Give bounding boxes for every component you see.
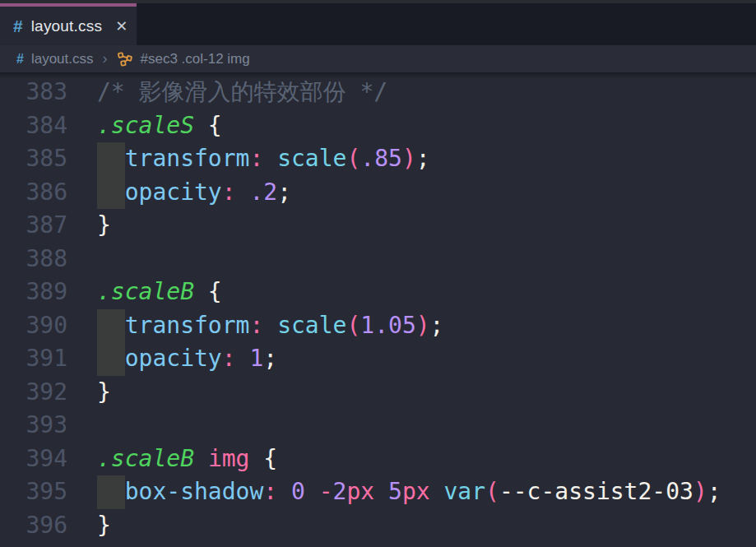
line-number: 390 — [0, 309, 67, 343]
line-number: 396 — [0, 509, 67, 543]
code-token: .scaleB — [97, 445, 194, 472]
code-line-content[interactable]: } — [67, 209, 756, 243]
line-number: 389 — [0, 276, 67, 309]
tab-layout-css[interactable]: # layout.css ✕ — [0, 3, 137, 45]
code-token: { — [194, 112, 222, 139]
line-number: 387 — [0, 209, 67, 243]
breadcrumb-symbol-path[interactable]: #sec3 .col-12 img — [141, 51, 250, 67]
code-token: : — [263, 478, 277, 505]
indent-highlight — [97, 342, 125, 376]
code-token: : — [249, 312, 263, 339]
code-token: : — [222, 345, 236, 372]
code-line-content[interactable]: .scaleB { — [67, 276, 756, 309]
code-token: - — [319, 478, 333, 505]
code-line[interactable]: 389.scaleB { — [0, 276, 756, 309]
css-file-icon-small: # — [16, 52, 24, 67]
breadcrumb-separator: › — [103, 50, 108, 67]
code-line-content[interactable]: } — [67, 376, 756, 410]
code-token: 1 — [249, 345, 263, 372]
code-line-content[interactable]: .scaleS { — [67, 109, 756, 143]
code-line[interactable]: 393 — [0, 409, 756, 443]
editor-tab-bar: # layout.css ✕ — [0, 3, 756, 45]
code-token: scale — [277, 312, 346, 339]
code-token: ; — [707, 478, 721, 505]
code-line[interactable]: 394.scaleB img { — [0, 443, 756, 476]
code-line[interactable]: 395 box-shadow: 0 -2px 5px var(--c-assis… — [0, 475, 756, 509]
css-ruleset-symbol-icon — [117, 51, 133, 67]
code-line[interactable]: 383/* 影像滑入的特效部份 */ — [0, 76, 756, 109]
code-token: ; — [277, 178, 291, 206]
code-token — [374, 478, 388, 505]
code-token — [236, 345, 250, 372]
line-number: 383 — [0, 76, 67, 109]
code-token: px — [346, 478, 374, 505]
css-file-icon: # — [13, 16, 23, 36]
code-token — [194, 445, 208, 472]
code-token — [430, 478, 444, 505]
code-line[interactable]: 396} — [0, 509, 756, 543]
line-number: 385 — [0, 142, 67, 176]
code-line-content[interactable]: .scaleB img { — [67, 443, 756, 476]
code-token: opacity — [125, 345, 222, 372]
code-token — [305, 478, 319, 505]
code-line[interactable]: 385 transform: scale(.85); — [0, 142, 756, 176]
code-line[interactable]: 387} — [0, 209, 756, 243]
code-line-content[interactable]: transform: scale(1.05); — [67, 309, 756, 343]
code-line-content[interactable]: /* 影像滑入的特效部份 */ — [67, 76, 756, 109]
code-token — [277, 478, 291, 505]
code-line-content[interactable]: opacity: .2; — [67, 176, 756, 210]
code-token: } — [97, 211, 111, 239]
code-token: .scaleS — [97, 112, 194, 139]
line-number: 392 — [0, 376, 67, 410]
close-tab-icon[interactable]: ✕ — [115, 19, 128, 34]
code-token — [236, 178, 250, 206]
code-token: transform — [125, 145, 250, 172]
breadcrumb-file[interactable]: layout.css — [31, 51, 94, 67]
code-token: img — [208, 445, 250, 472]
code-token: 1.05 — [360, 312, 415, 339]
code-token: 2 — [333, 478, 347, 505]
code-token: ; — [263, 345, 277, 372]
code-token: ( — [485, 478, 499, 505]
code-line[interactable]: 388 — [0, 243, 756, 276]
code-token: ( — [346, 312, 360, 339]
code-line-content[interactable] — [67, 409, 756, 443]
line-number: 391 — [0, 342, 67, 376]
code-editor[interactable]: 383/* 影像滑入的特效部份 */384.scaleS {385 transf… — [0, 72, 756, 547]
code-lines: 383/* 影像滑入的特效部份 */384.scaleS {385 transf… — [0, 76, 756, 542]
code-token: 0 — [291, 478, 305, 505]
code-line-content[interactable] — [67, 243, 756, 276]
code-token: scale — [277, 145, 346, 172]
code-token: box-shadow — [125, 478, 264, 505]
code-line[interactable]: 390 transform: scale(1.05); — [0, 309, 756, 343]
code-token: ) — [402, 145, 416, 172]
code-line[interactable]: 386 opacity: .2; — [0, 176, 756, 210]
line-number: 394 — [0, 443, 67, 476]
code-token — [263, 145, 277, 172]
code-line-content[interactable]: box-shadow: 0 -2px 5px var(--c-assist2-0… — [67, 475, 756, 509]
code-token: transform — [125, 312, 250, 339]
code-token: : — [222, 178, 236, 206]
code-token: .scaleB — [97, 278, 194, 305]
code-token: opacity — [125, 178, 222, 206]
code-line-content[interactable]: transform: scale(.85); — [67, 142, 756, 176]
line-number: 388 — [0, 243, 67, 276]
line-number: 393 — [0, 409, 67, 443]
code-line[interactable]: 384.scaleS { — [0, 109, 756, 143]
code-line-content[interactable]: opacity: 1; — [67, 342, 756, 376]
code-token: /* 影像滑入的特效部份 */ — [97, 78, 387, 105]
code-line-content[interactable]: } — [67, 509, 756, 543]
code-token: ) — [416, 312, 430, 339]
code-token: ) — [693, 478, 707, 505]
line-number: 386 — [0, 176, 67, 210]
indent-highlight — [97, 309, 125, 343]
code-token: ( — [346, 145, 360, 172]
code-line[interactable]: 392} — [0, 376, 756, 410]
code-line[interactable]: 391 opacity: 1; — [0, 342, 756, 376]
tab-label: layout.css — [31, 17, 102, 35]
indent-highlight — [97, 142, 125, 176]
code-token: .85 — [360, 145, 402, 172]
code-token: --c-assist2-03 — [499, 478, 693, 505]
indent-highlight — [97, 475, 125, 509]
code-token: { — [249, 445, 277, 472]
